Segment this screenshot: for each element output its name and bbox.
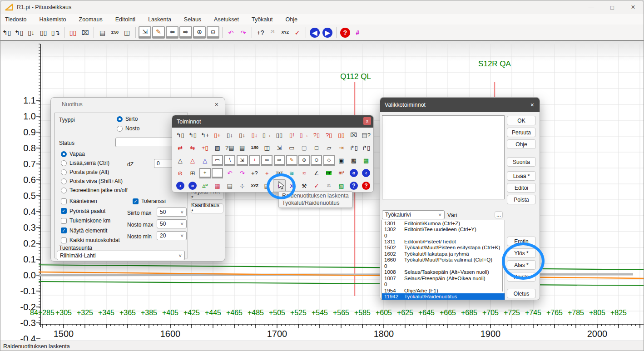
list-icon[interactable]: ▤ (223, 179, 236, 192)
copy-add-icon[interactable]: ▯+ (211, 129, 223, 141)
ohje-button[interactable]: Ohje (507, 139, 536, 149)
screen-expand-icon[interactable]: ⇲ (273, 141, 285, 154)
write-file-options-icon[interactable]: ▯▯ (38, 27, 49, 38)
print-query-icon[interactable]: ?▤ (223, 141, 236, 154)
write-alert-icon[interactable]: ▯! (286, 129, 298, 141)
redo-icon[interactable]: ↷ (236, 167, 248, 179)
close-button[interactable]: × (623, 0, 644, 14)
mon-expand-icon[interactable]: ⇲ (236, 154, 248, 167)
read-file-icon[interactable]: ↰▯ (174, 129, 186, 141)
angle-measure-icon[interactable]: ∠ (310, 167, 322, 179)
undo-icon[interactable]: ↶ (223, 167, 236, 179)
radio-vapaa[interactable]: Vapaa (61, 151, 85, 157)
command-list-item-0[interactable]: 0 (382, 281, 505, 287)
write-active-file-icon[interactable]: ▯↴ (50, 27, 61, 38)
nuotitus-close-icon[interactable]: × (215, 101, 218, 108)
add-pages-icon[interactable]: +▯ (199, 141, 211, 154)
line-21-icon[interactable]: ²¹ (323, 179, 335, 192)
command-list-item-1008[interactable]: 1008Selaus/Taaksepäin (Alt+Vasen nuoli) (382, 269, 505, 275)
checkbox-tukemiskone-km[interactable]: Tukemiskone km (61, 218, 110, 224)
maximize-button[interactable]: □ (602, 0, 623, 14)
xyz-plus-icon[interactable]: XYZ (248, 179, 261, 192)
radio-nosto[interactable]: Nosto (117, 125, 139, 132)
write-active-icon[interactable]: ▯→ (261, 129, 273, 141)
hatch-red-blue-icon[interactable]: △ (199, 154, 211, 167)
toiminnot-close-icon[interactable]: x (363, 117, 371, 125)
more-button[interactable]: ... (495, 211, 503, 218)
tyokalurivi-combo[interactable]: Työkalurivi˅ (382, 210, 445, 219)
copy-pages-icon[interactable]: ▯▯ (273, 129, 285, 141)
write-red-icon[interactable]: ▯→ (298, 129, 310, 141)
menu-item-selaus[interactable]: Selaus (178, 16, 208, 23)
kaarilistaus-button[interactable]: Kaarilistaus * (191, 203, 223, 213)
command-list-item-1301[interactable]: 1301Editointi/Kumoa (Ctrl+Z) (382, 220, 505, 226)
help-blue-icon[interactable]: ? (347, 179, 360, 192)
write-selected-icon[interactable]: ▯↓ (248, 129, 261, 141)
profile-red-icon[interactable]: ≈ (298, 167, 310, 179)
file-yellow-1-icon[interactable]: ↱▯ (347, 141, 360, 154)
write-format-icon[interactable]: ▯↓ (236, 129, 248, 141)
pan-left-icon[interactable]: ⇦ (166, 26, 178, 39)
radio-siirto[interactable]: Siirto (117, 116, 138, 122)
mon-plus-icon[interactable]: + (248, 154, 261, 167)
map-red-icon[interactable]: ▦ (211, 179, 223, 192)
menu-item-ty-kalut[interactable]: Työkalut (245, 16, 279, 23)
read-file-format-icon[interactable]: ↰▯ (186, 129, 198, 141)
notes-icon[interactable]: ▤? (360, 129, 372, 141)
help-read-icon[interactable]: ?▯ (310, 129, 322, 141)
nav-last-icon[interactable]: » (186, 179, 198, 192)
delete-file-icon[interactable]: ⌧ (79, 27, 91, 38)
command-list-item-0[interactable]: 0 (382, 232, 505, 238)
no-fill-icon[interactable]: ⊘ (174, 167, 186, 179)
wrench-icon[interactable]: ⚒ (298, 179, 310, 192)
checkbox-n-yt-elementit[interactable]: ✓Näytä elementit (61, 227, 107, 234)
radio-poista-viiva-shift-alt[interactable]: Poista viiva (Shift+Alt) (61, 178, 123, 184)
zoom-fit-icon[interactable]: ⇲ (139, 26, 151, 39)
scale-1-50-icon[interactable]: 1:50 (109, 27, 120, 38)
frame-corners-icon[interactable]: ▣ (335, 154, 347, 167)
triangle-12-icon[interactable]: △¹² (199, 179, 211, 192)
point-code-21-icon[interactable]: ²¹ (267, 27, 278, 38)
page-layout-icon[interactable]: ◫ (261, 141, 273, 154)
poista-button[interactable]: Poista (507, 195, 536, 204)
pattern-dark-icon[interactable]: ▩ (347, 154, 360, 167)
hatch-black-icon[interactable]: △ (174, 154, 186, 167)
command-list-item-1660[interactable]: 1660Työkalut/Muut/Poista valinnat (Ctrl+… (382, 257, 505, 263)
check-red-icon[interactable]: ✓ (310, 179, 322, 192)
toleranssi-checkbox[interactable]: ✓ Toleranssi (133, 198, 166, 204)
command-list-item-0[interactable]: 0 (382, 263, 505, 269)
delete-page-icon[interactable]: ⌧ (347, 129, 360, 141)
approve-check-icon[interactable]: ✓ (292, 27, 303, 38)
browse-prev-icon[interactable]: ◀ (310, 28, 320, 38)
help-read-2-icon[interactable]: ?▯ (323, 129, 335, 141)
command-list-item-1954[interactable]: 1954Ohje/Aihe (F1) (382, 287, 505, 293)
editoi-button[interactable]: Editoi (507, 183, 536, 193)
hatch-red-icon[interactable]: △ (186, 154, 198, 167)
ok-button[interactable]: OK (507, 116, 536, 125)
valikkotoiminnot-close-icon[interactable]: × (530, 101, 534, 109)
print-icon[interactable]: ▤ (236, 141, 248, 154)
rail-grid-icon[interactable]: # (352, 27, 363, 38)
oletus-button-4[interactable]: Oletus (507, 289, 536, 298)
volume-m3-icon[interactable]: m³ (335, 167, 347, 179)
mon-line-icon[interactable]: ∖ (223, 154, 236, 167)
checkbox-kaikki-muutoskohdat[interactable]: Kaikki muutoskohdat (61, 237, 120, 243)
print-icon[interactable]: ▤ (97, 27, 108, 38)
tuentasuunta-combo[interactable]: Riihimäki-Lahti˅ (57, 251, 185, 260)
mon-right-icon[interactable]: ⇨ (273, 154, 285, 167)
write-file-icon[interactable]: ▯↓ (25, 27, 37, 38)
pattern-green-icon[interactable]: ▩ (360, 154, 372, 167)
redo-icon[interactable]: ↷ (238, 27, 249, 38)
page-setup-icon[interactable]: ◫ (121, 27, 133, 38)
mon-blank-icon[interactable] (211, 167, 223, 179)
mon-rotate-icon[interactable]: ◇ (323, 154, 335, 167)
menu-item-asetukset[interactable]: Asetukset (208, 16, 245, 23)
file-yellow-2-icon[interactable]: ↱▯ (360, 141, 372, 154)
checkbox-k-nteinen[interactable]: Käänteinen (61, 198, 97, 204)
redraw-icon[interactable]: ✎ (152, 26, 165, 39)
browse-next-icon[interactable]: ▶ (322, 28, 332, 38)
swap-out-icon[interactable]: ⇆ (186, 141, 198, 154)
rect-white-icon[interactable]: ▭ (286, 141, 298, 154)
mon-left-icon[interactable]: ⇦ (261, 154, 273, 167)
undo-icon[interactable]: ↶ (225, 27, 237, 38)
